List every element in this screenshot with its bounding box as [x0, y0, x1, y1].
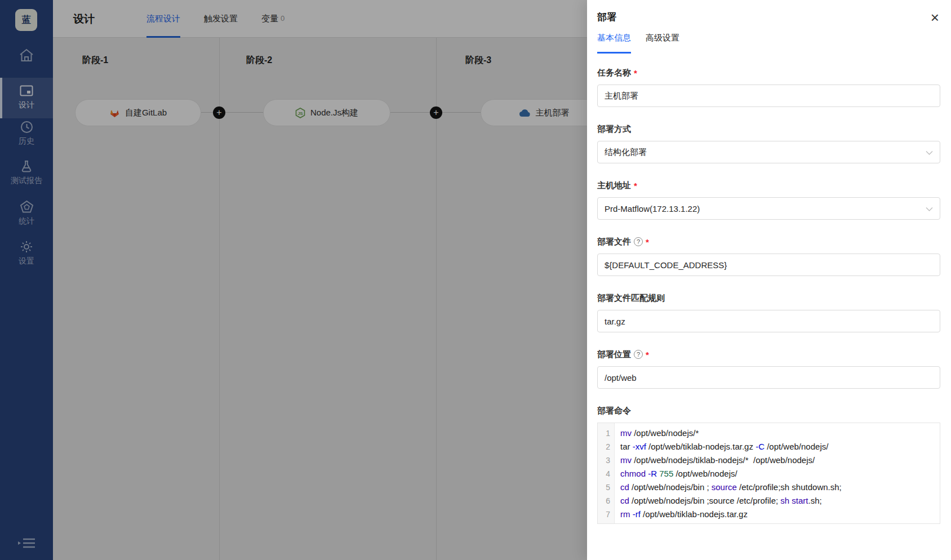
code-line: cd /opt/web/nodejs/bin ;source /etc/prof…: [620, 494, 940, 508]
line-number: 6: [598, 494, 614, 508]
deploy-file-input[interactable]: [597, 254, 940, 276]
deploy-form: 任务名称 * 部署方式 结构化部署 主机地址 *: [597, 67, 940, 524]
code-line: chmod -R 755 /opt/web/nodejs/: [620, 467, 940, 481]
deploy-method-select[interactable]: 结构化部署: [597, 141, 940, 163]
drawer-title: 部署: [597, 11, 616, 24]
field-label: 部署位置: [597, 349, 631, 360]
deploy-command-editor[interactable]: 1234567 mv /opt/web/nodejs/*tar -xvf /op…: [597, 423, 940, 524]
close-drawer-button[interactable]: ×: [930, 11, 940, 24]
code-line: cd /opt/web/nodejs/bin ; source /etc/pro…: [620, 481, 940, 494]
field-deploy-method: 部署方式 结构化部署: [597, 123, 940, 163]
field-label: 部署文件匹配规则: [597, 293, 665, 304]
required-mark: *: [634, 181, 637, 190]
host-address-select[interactable]: Prd-Matflow(172.13.1.22): [597, 197, 940, 220]
field-label: 任务名称: [597, 68, 631, 78]
code-line: tar -xvf /opt/web/tiklab-nodejs.tar.gz -…: [620, 440, 940, 454]
task-name-input[interactable]: [597, 85, 940, 107]
field-host-address: 主机地址 * Prd-Matflow(172.13.1.22): [597, 180, 940, 220]
deploy-location-input[interactable]: [597, 366, 940, 389]
field-label: 部署方式: [597, 124, 631, 135]
chevron-down-icon: [926, 207, 933, 212]
required-mark: *: [646, 237, 649, 247]
required-mark: *: [634, 68, 637, 78]
tab-basic-info[interactable]: 基本信息: [597, 33, 631, 54]
field-task-name: 任务名称 *: [597, 67, 940, 107]
line-number: 7: [598, 508, 614, 521]
drawer-tabs: 基本信息 高级设置: [597, 33, 940, 54]
help-icon[interactable]: ?: [634, 350, 643, 359]
help-icon[interactable]: ?: [634, 237, 643, 246]
line-number: 2: [598, 440, 614, 454]
line-number: 3: [598, 454, 614, 467]
match-rule-input[interactable]: [597, 310, 940, 332]
field-deploy-file: 部署文件 ? *: [597, 236, 940, 276]
code-line: rm -rf /opt/web/tiklab-nodejs.tar.gz: [620, 508, 940, 521]
field-label: 部署命令: [597, 406, 631, 416]
editor-code: mv /opt/web/nodejs/*tar -xvf /opt/web/ti…: [615, 423, 940, 523]
field-label: 部署文件: [597, 237, 631, 247]
tab-advanced-settings[interactable]: 高级设置: [646, 33, 679, 54]
required-mark: *: [646, 350, 649, 359]
field-deploy-command: 部署命令 1234567 mv /opt/web/nodejs/*tar -xv…: [597, 405, 940, 524]
chevron-down-icon: [926, 150, 933, 155]
code-line: mv /opt/web/nodejs/tiklab-nodejs/* /opt/…: [620, 454, 940, 467]
code-line: mv /opt/web/nodejs/*: [620, 426, 940, 440]
field-label: 主机地址: [597, 180, 631, 191]
line-number: 5: [598, 481, 614, 494]
field-deploy-location: 部署位置 ? *: [597, 349, 940, 389]
editor-line-numbers: 1234567: [598, 423, 615, 523]
field-match-rule: 部署文件匹配规则: [597, 292, 940, 332]
line-number: 1: [598, 426, 614, 440]
line-number: 4: [598, 467, 614, 481]
deploy-drawer: 部署 × 基本信息 高级设置 任务名称 * 部署方式 结构化部署: [587, 0, 951, 560]
